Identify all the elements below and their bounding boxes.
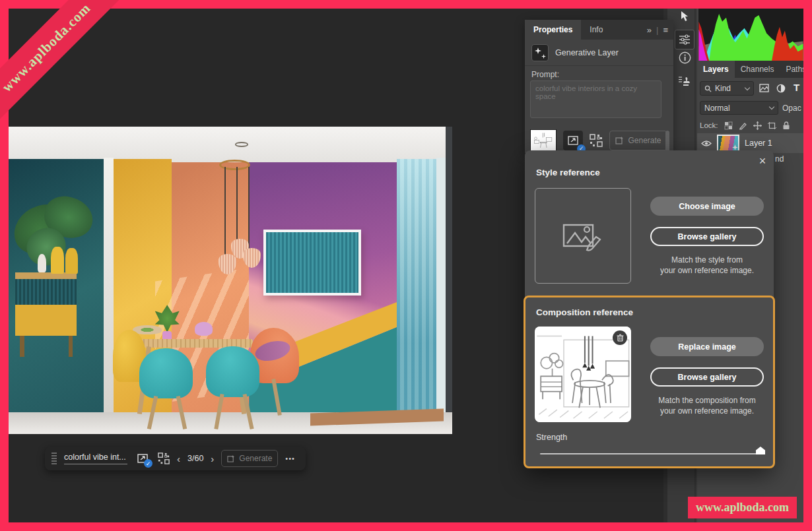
lock-position-icon[interactable] bbox=[753, 121, 762, 130]
next-variation-icon[interactable]: › bbox=[211, 453, 214, 464]
chevron-down-icon bbox=[745, 84, 750, 90]
properties-actions: ✓ Generate bbox=[525, 127, 673, 153]
lock-row: Lock: bbox=[700, 119, 803, 132]
image-door-frame bbox=[104, 158, 114, 419]
tab-channels[interactable]: Channels bbox=[735, 61, 780, 78]
canvas-image bbox=[9, 127, 452, 434]
lock-paint-icon[interactable] bbox=[739, 121, 747, 130]
visibility-eye-icon[interactable] bbox=[701, 140, 712, 147]
histogram-graph bbox=[698, 9, 803, 61]
variation-counter: 3/60 bbox=[187, 454, 203, 463]
generate-label: Generate bbox=[628, 136, 661, 145]
blend-mode-value: Normal bbox=[704, 104, 730, 113]
histogram-panel bbox=[698, 9, 803, 61]
composition-reference-active-icon[interactable]: ✓ bbox=[563, 131, 583, 150]
prompt-input[interactable]: colorful vibe interiors in a cozy space bbox=[530, 80, 661, 118]
generate-button-panel[interactable]: Generate bbox=[609, 131, 667, 150]
check-badge-icon: ✓ bbox=[144, 459, 152, 468]
layers-tab-bar: Layers Channels Paths bbox=[697, 61, 803, 78]
taskbar-prompt-input[interactable]: colorful vibe int... bbox=[64, 453, 127, 464]
image-placeholder-icon bbox=[562, 220, 604, 253]
choose-image-button[interactable]: Choose image bbox=[650, 197, 764, 216]
style-description: Match the style from your own reference … bbox=[642, 255, 772, 276]
image-framed-art bbox=[263, 230, 361, 296]
browse-gallery-button-composition[interactable]: Browse gallery bbox=[650, 367, 764, 387]
properties-tab-bar: Properties Info » | ≡ bbox=[525, 20, 673, 40]
generative-badge-icon bbox=[732, 144, 738, 150]
lock-label: Lock: bbox=[700, 121, 718, 129]
trash-icon bbox=[617, 334, 624, 342]
browse-gallery-button-style[interactable]: Browse gallery bbox=[650, 227, 764, 246]
background-layer-partial: nd bbox=[775, 154, 784, 164]
filter-adjustment-icon[interactable] bbox=[776, 84, 786, 93]
opacity-label: Opac bbox=[782, 104, 801, 113]
style-reference-placeholder[interactable] bbox=[535, 188, 631, 284]
search-icon bbox=[704, 85, 712, 92]
more-options-icon[interactable]: ••• bbox=[285, 454, 295, 462]
contextual-task-bar: colorful vibe int... ✓ ‹ 3/60 › Generate… bbox=[45, 447, 306, 470]
blend-mode-dropdown[interactable]: Normal bbox=[700, 101, 778, 115]
stamp-icon bbox=[678, 75, 691, 88]
generate-icon bbox=[227, 454, 235, 462]
watermark-text: www.aplboda.com bbox=[696, 501, 789, 515]
filter-label: Kind bbox=[715, 84, 731, 93]
style-reference-title: Style reference bbox=[536, 168, 600, 177]
lock-transparency-icon[interactable] bbox=[724, 121, 733, 130]
tab-layers[interactable]: Layers bbox=[697, 61, 735, 78]
sliders-icon bbox=[679, 34, 691, 45]
info-icon bbox=[679, 51, 691, 64]
style-reference-icon[interactable] bbox=[158, 453, 170, 464]
tab-info[interactable]: Info bbox=[581, 20, 611, 40]
layer-type-label: Generative Layer bbox=[555, 40, 619, 66]
strength-label: Strength bbox=[536, 433, 567, 442]
filter-type-icon[interactable]: T bbox=[794, 82, 799, 93]
generate-button-taskbar[interactable]: Generate bbox=[221, 450, 278, 467]
style-reference-icon[interactable] bbox=[590, 134, 603, 147]
layer-filter-dropdown[interactable]: Kind bbox=[700, 81, 754, 96]
composition-reference-title: Composition reference bbox=[536, 307, 633, 317]
replace-image-button[interactable]: Replace image bbox=[650, 337, 764, 356]
tab-paths[interactable]: Paths bbox=[780, 61, 812, 78]
tab-properties[interactable]: Properties bbox=[525, 20, 581, 40]
reference-dialog: × Style reference Choose image Browse ga… bbox=[525, 150, 774, 468]
close-icon[interactable]: × bbox=[755, 153, 770, 169]
previous-variation-icon[interactable]: ‹ bbox=[177, 453, 180, 464]
clone-source-dock-icon[interactable] bbox=[675, 71, 694, 91]
watermark-badge: www.aplboda.com bbox=[688, 497, 797, 518]
panel-divider: | bbox=[656, 25, 658, 35]
collapse-panel-icon[interactable]: » bbox=[647, 25, 652, 35]
lock-artboard-icon[interactable] bbox=[768, 121, 776, 130]
chevron-down-icon bbox=[769, 104, 774, 109]
properties-panel: Properties Info » | ≡ Generative Layer P… bbox=[525, 20, 673, 153]
reference-thumbnail-small[interactable] bbox=[530, 129, 557, 152]
layer-thumbnail[interactable] bbox=[717, 135, 739, 152]
properties-dock-icon[interactable] bbox=[675, 30, 694, 49]
generative-layer-icon bbox=[531, 44, 549, 61]
layer-name[interactable]: Layer 1 bbox=[745, 139, 772, 148]
generative-layer-row: Generative Layer bbox=[525, 40, 673, 66]
lock-all-icon[interactable] bbox=[782, 121, 790, 130]
taskbar-drag-handle[interactable] bbox=[51, 453, 57, 464]
panel-menu-icon[interactable]: ≡ bbox=[663, 25, 668, 35]
composition-reference-thumbnail[interactable] bbox=[535, 327, 631, 422]
filter-pixel-icon[interactable] bbox=[759, 84, 769, 92]
composition-description: Match the composition from your own refe… bbox=[642, 395, 772, 416]
composition-reference-active-icon[interactable]: ✓ bbox=[135, 451, 151, 466]
info-dock-icon[interactable] bbox=[675, 47, 694, 67]
generate-icon bbox=[615, 136, 624, 144]
delete-reference-button[interactable] bbox=[613, 330, 627, 345]
prompt-label: Prompt: bbox=[531, 70, 559, 79]
move-tool-icon[interactable] bbox=[679, 11, 689, 22]
strength-slider[interactable] bbox=[540, 453, 764, 454]
